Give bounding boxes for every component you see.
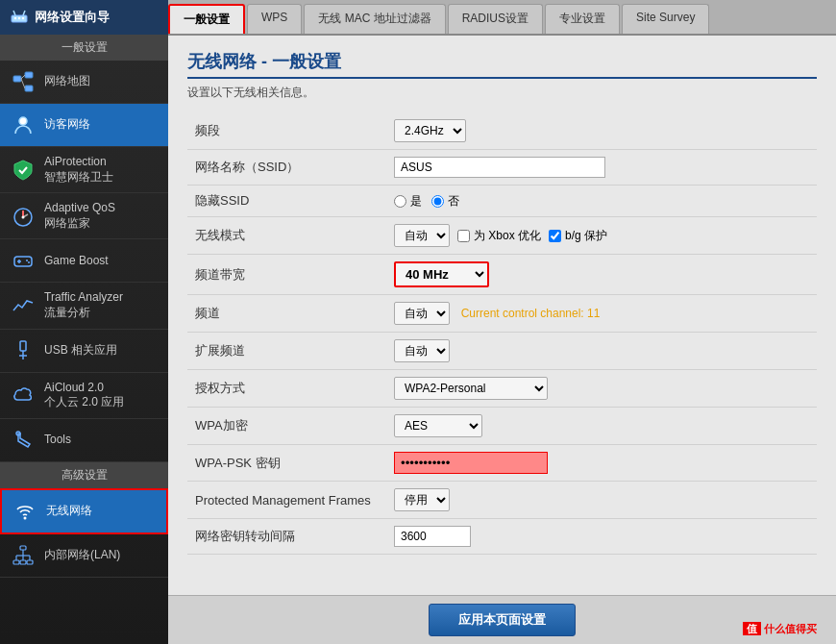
svg-rect-19	[20, 341, 26, 351]
sidebar-top[interactable]: 网络设置向导	[0, 0, 168, 35]
svg-point-23	[24, 516, 27, 519]
sidebar-item-adaptive-qos[interactable]: Adaptive QoS网络监家	[0, 193, 168, 239]
pmf-row: Protected Management Frames 停用 启用 必须	[187, 482, 817, 519]
xbox-optimize-checkbox-label[interactable]: 为 Xbox 优化	[457, 228, 541, 244]
svg-point-3	[14, 17, 16, 19]
wpa-encrypt-label: WPA加密	[187, 408, 380, 445]
bg-protect-checkbox[interactable]	[549, 230, 561, 242]
tab-general[interactable]: 一般设置	[168, 4, 245, 34]
tab-site-survey[interactable]: Site Survey	[622, 4, 709, 34]
sidebar-item-label: 访客网络	[44, 117, 90, 133]
key-interval-row: 网络密钥转动间隔	[187, 519, 817, 555]
auth-method-select[interactable]: WPA2-Personal WPA-Personal Open System	[394, 377, 548, 400]
watermark-suffix: 什么值得买	[764, 623, 817, 634]
sidebar-item-lan[interactable]: 内部网络(LAN)	[0, 534, 168, 578]
tab-mac-filter[interactable]: 无线 MAC 地址过滤器	[304, 4, 445, 34]
shield-icon	[10, 157, 37, 184]
guest-network-icon	[10, 111, 37, 138]
channel-label: 频道	[187, 295, 380, 333]
sidebar-item-label: 内部网络(LAN)	[44, 548, 120, 563]
band-row: 频段 2.4GHz 5GHz	[187, 112, 817, 150]
hide-ssid-yes[interactable]: 是	[394, 193, 422, 210]
auth-method-row: 授权方式 WPA2-Personal WPA-Personal Open Sys…	[187, 370, 817, 408]
sidebar-item-label: Game Boost	[44, 254, 109, 269]
bg-protect-checkbox-label[interactable]: b/g 保护	[549, 228, 607, 244]
page-area: 无线网络 - 一般设置 设置以下无线相关信息。 频段 2.4GHz 5GHz 网…	[168, 36, 836, 595]
lan-icon	[10, 542, 37, 569]
tabs-bar: 一般设置 WPS 无线 MAC 地址过滤器 RADIUS设置 专业设置 Site…	[168, 0, 836, 36]
svg-rect-27	[27, 560, 33, 564]
ext-channel-label: 扩展频道	[187, 333, 380, 370]
network-map-icon	[10, 68, 37, 95]
hide-ssid-label: 隐藏SSID	[187, 186, 380, 217]
sidebar-item-guest-network[interactable]: 访客网络	[0, 104, 168, 147]
svg-line-9	[21, 75, 25, 79]
wireless-mode-select[interactable]: 自动	[394, 224, 450, 247]
svg-rect-24	[20, 546, 26, 550]
wpa-encrypt-select[interactable]: AES TKIP TKIP+AES	[394, 414, 482, 437]
channel-info: Current control channel: 11	[461, 307, 601, 320]
svg-line-2	[23, 11, 25, 15]
sidebar-item-traffic-analyzer[interactable]: Traffic Analyzer流量分析	[0, 283, 168, 329]
wpa-encrypt-row: WPA加密 AES TKIP TKIP+AES	[187, 408, 817, 445]
wireless-mode-group: 自动 为 Xbox 优化 b/g 保护	[394, 224, 809, 247]
bandwidth-select[interactable]: 20 MHz 40 MHz 20/40 MHz	[394, 261, 489, 287]
xbox-optimize-checkbox[interactable]	[457, 230, 470, 242]
sidebar-item-game-boost[interactable]: Game Boost	[0, 239, 168, 283]
svg-rect-14	[14, 257, 32, 266]
gamepad-icon	[10, 247, 37, 274]
pmf-select[interactable]: 停用 启用 必须	[394, 488, 450, 511]
svg-rect-25	[13, 560, 19, 564]
svg-line-10	[21, 79, 25, 88]
sidebar-item-label: AiProtection智慧网络卫士	[44, 155, 113, 185]
main-content: 一般设置 WPS 无线 MAC 地址过滤器 RADIUS设置 专业设置 Site…	[168, 0, 836, 644]
hide-ssid-no[interactable]: 否	[431, 193, 459, 210]
sidebar-item-aiprotection[interactable]: AiProtection智慧网络卫士	[0, 147, 168, 193]
bandwidth-row: 频道带宽 20 MHz 40 MHz 20/40 MHz	[187, 255, 817, 295]
channel-select[interactable]: 自动	[394, 302, 450, 325]
ssid-input[interactable]	[394, 157, 605, 178]
svg-point-13	[22, 215, 25, 218]
svg-point-18	[28, 261, 30, 263]
watermark: 值 什么值得买	[743, 622, 817, 636]
hide-ssid-yes-radio[interactable]	[394, 195, 406, 208]
sidebar-item-aicloud[interactable]: AiCloud 2.0个人云 2.0 应用	[0, 373, 168, 419]
sidebar-item-network-map[interactable]: 网络地图	[0, 61, 168, 104]
band-label: 频段	[187, 112, 380, 150]
key-interval-input[interactable]	[394, 526, 471, 547]
traffic-icon	[10, 292, 37, 319]
sidebar-item-wireless[interactable]: 无线网络	[0, 488, 168, 534]
ext-channel-select[interactable]: 自动	[394, 339, 450, 362]
bandwidth-label: 频道带宽	[187, 255, 380, 295]
hide-ssid-no-radio[interactable]	[431, 195, 444, 208]
sidebar-item-tools[interactable]: Tools	[0, 419, 168, 462]
sidebar-item-label: 无线网络	[46, 504, 92, 519]
wireless-mode-row: 无线模式 自动 为 Xbox 优化 b/g 保护	[187, 217, 817, 255]
sidebar-item-label: Adaptive QoS网络监家	[44, 201, 115, 231]
key-interval-label: 网络密钥转动间隔	[187, 519, 380, 555]
section-label-advanced: 高级设置	[0, 462, 168, 488]
band-select[interactable]: 2.4GHz 5GHz	[394, 119, 466, 142]
auth-method-label: 授权方式	[187, 370, 380, 408]
sidebar-item-usb-apps[interactable]: USB 相关应用	[0, 330, 168, 373]
ssid-label: 网络名称（SSID）	[187, 150, 380, 186]
svg-point-5	[22, 17, 24, 19]
svg-point-4	[18, 17, 20, 19]
sidebar: 网络设置向导 一般设置 网络地图 访客网络	[0, 0, 168, 644]
apply-button[interactable]: 应用本页面设置	[429, 604, 576, 636]
tab-advanced[interactable]: 专业设置	[545, 4, 620, 34]
bottom-bar: 应用本页面设置 值 什么值得买	[168, 595, 836, 644]
svg-point-11	[19, 117, 27, 125]
settings-form: 频段 2.4GHz 5GHz 网络名称（SSID） 隐藏SSID	[187, 112, 817, 555]
tab-radius[interactable]: RADIUS设置	[448, 4, 543, 34]
section-label-general: 一般设置	[0, 35, 168, 61]
wpa-psk-input[interactable]	[394, 452, 548, 474]
svg-rect-6	[13, 76, 21, 82]
sidebar-top-label: 网络设置向导	[35, 9, 110, 26]
channel-row: 频道 自动 Current control channel: 11	[187, 295, 817, 333]
sidebar-item-label: Tools	[44, 433, 71, 448]
tools-icon	[10, 427, 37, 454]
tab-wps[interactable]: WPS	[247, 4, 302, 34]
svg-rect-26	[20, 560, 26, 564]
qos-icon	[10, 203, 37, 230]
